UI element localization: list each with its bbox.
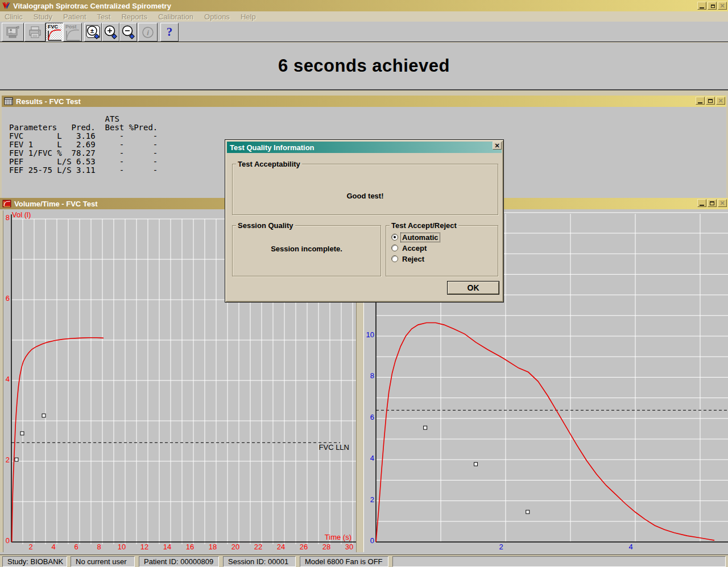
results-maximize-button[interactable] [706, 97, 715, 105]
status-panel-4: Model 6800 Fan is OFF [300, 556, 388, 567]
chart-maximize-button[interactable] [708, 199, 717, 207]
magnifier-plus-icon [103, 24, 118, 40]
test-accept-reject-label: Test Accept/Reject [390, 221, 458, 230]
svg-text:12: 12 [140, 543, 148, 551]
svg-text:2: 2 [28, 543, 32, 551]
menu-item-reports[interactable]: Reports [121, 13, 147, 21]
post-test-button[interactable]: Post [63, 23, 82, 42]
status-panel-1: No current user [71, 556, 135, 567]
restore-button[interactable] [708, 2, 717, 10]
status-bar: Study: BIOBANKNo current userPatient ID:… [0, 554, 728, 567]
svg-text:26: 26 [300, 543, 308, 551]
results-table: ATS Parameters Pred. Best %Pred. FVC L 3… [9, 115, 158, 175]
dialog-titlebar: Test Quality Information [227, 142, 502, 153]
flow_volume-curve [376, 323, 714, 543]
svg-text:18: 18 [209, 543, 217, 551]
svg-text:30: 30 [345, 543, 353, 551]
y-axis-label-vol: Vol (l) [12, 210, 31, 219]
print-button[interactable] [24, 23, 46, 42]
post-button-label: Post [65, 24, 77, 30]
session-quality-group: Session Quality Session incomplete. [232, 225, 381, 276]
info-icon: i [141, 26, 155, 39]
printer-icon [28, 26, 43, 39]
svg-text:10: 10 [118, 543, 126, 551]
main-titlebar: Vitalograph Spirotrac Centralized Spirom… [0, 0, 728, 11]
radio-button-icon[interactable] [391, 234, 398, 241]
zoom-out-button[interactable] [119, 23, 137, 42]
svg-text:4: 4 [370, 454, 374, 462]
status-panel-2: Patient ID: 00000809 [139, 556, 219, 567]
zoom-reset-button[interactable]: ± [84, 23, 102, 42]
svg-text:±: ± [90, 27, 94, 34]
svg-text:6: 6 [74, 543, 78, 551]
minimize-button[interactable] [697, 2, 706, 10]
app-logo-icon [2, 2, 11, 10]
menu-bar: ClinicStudyPatientTestReportsCalibration… [0, 11, 728, 22]
results-titlebar: Results - FVC Test ✕ [2, 96, 726, 107]
magnifier-minus-icon [121, 24, 136, 40]
radio-option-reject[interactable]: Reject [391, 254, 425, 263]
volume_time-curve [12, 338, 104, 542]
info-button[interactable]: i [138, 23, 158, 42]
menu-item-test[interactable]: Test [97, 13, 111, 21]
menu-item-clinic[interactable]: Clinic [5, 13, 23, 21]
test-acceptability-message: Good test! [233, 192, 498, 200]
test-accept-reject-group: Test Accept/Reject AutomaticAcceptReject [386, 225, 498, 276]
status-panel-3: Session ID: 00001 [223, 556, 296, 567]
radio-option-automatic[interactable]: Automatic [391, 233, 440, 242]
session-quality-label: Session Quality [236, 221, 295, 230]
close-button[interactable]: ✕ [718, 2, 727, 10]
results-close-button[interactable]: ✕ [716, 97, 725, 105]
svg-text:16: 16 [186, 543, 194, 551]
menu-item-help[interactable]: Help [241, 13, 256, 21]
results-window-title: Results - FVC Test [16, 97, 81, 106]
question-mark-icon: ? [167, 25, 173, 39]
graph-icon [2, 200, 11, 208]
svg-text:i: i [147, 28, 149, 37]
svg-text:4: 4 [6, 375, 10, 383]
fvc-button-label: FVC [48, 24, 58, 30]
help-button[interactable]: ? [160, 23, 179, 42]
menu-item-calibration[interactable]: Calibration [158, 13, 193, 21]
svg-text:0: 0 [6, 536, 10, 545]
results-table-icon [4, 97, 13, 105]
ok-button[interactable]: OK [447, 281, 499, 295]
menu-item-options[interactable]: Options [204, 13, 230, 21]
results-minimize-button[interactable] [696, 97, 705, 105]
svg-text:28: 28 [322, 543, 330, 551]
radio-button-icon[interactable] [391, 245, 398, 251]
zoom-in-button[interactable] [102, 23, 119, 42]
patient-test-button[interactable] [2, 23, 24, 42]
magnifier-plus-minus-icon: ± [85, 24, 101, 40]
menu-item-study[interactable]: Study [34, 13, 52, 21]
radio-option-accept[interactable]: Accept [391, 243, 428, 253]
patient-monitor-icon [6, 26, 20, 39]
test-acceptability-label: Test Acceptability [236, 160, 302, 168]
svg-text:6: 6 [6, 294, 10, 303]
toolbar: FVC Post ± [0, 22, 728, 42]
svg-text:6: 6 [370, 413, 374, 421]
predicted-marker [42, 414, 46, 417]
chart-close-button[interactable]: ✕ [718, 199, 727, 207]
svg-text:22: 22 [254, 543, 262, 551]
status-panel-5 [392, 556, 726, 567]
session-quality-message: Session incomplete. [233, 245, 380, 253]
banner-text: 6 seconds achieved [278, 56, 450, 76]
menu-item-patient[interactable]: Patient [63, 13, 86, 21]
test-acceptability-group: Test Acceptability Good test! [232, 164, 498, 215]
svg-text:0: 0 [370, 536, 374, 545]
dialog-close-icon[interactable]: ✕ [493, 142, 502, 150]
chart-minimize-button[interactable] [697, 199, 706, 207]
svg-text:2: 2 [370, 495, 374, 504]
svg-text:14: 14 [163, 543, 171, 551]
svg-text:20: 20 [231, 543, 239, 551]
svg-text:4: 4 [628, 543, 632, 551]
radio-label: Accept [401, 244, 428, 253]
app-title: Vitalograph Spirotrac Centralized Spirom… [13, 2, 171, 10]
radio-button-icon[interactable] [391, 255, 398, 262]
banner-panel: 6 seconds achieved [0, 43, 728, 90]
svg-text:24: 24 [277, 543, 285, 551]
predicted-marker [526, 510, 530, 514]
fvc-test-button[interactable]: FVC [46, 23, 63, 42]
svg-text:10: 10 [366, 330, 374, 339]
